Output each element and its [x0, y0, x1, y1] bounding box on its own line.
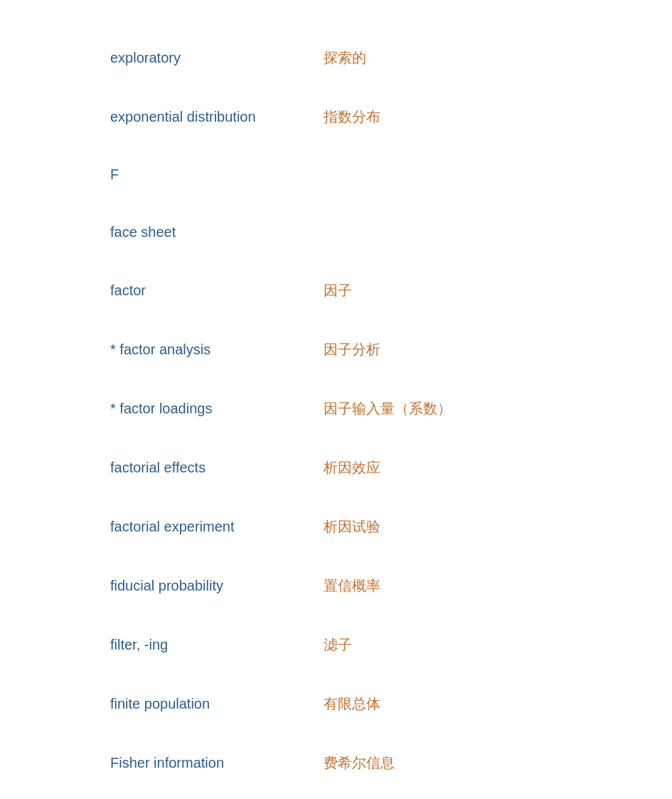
dict-entry-english-factor-loadings: * factor loadings — [110, 399, 295, 418]
dict-entry-factorial-experiment: factorial experiment析因试验 — [110, 497, 672, 556]
dict-entry-english-fiducial-probability: fiducial probability — [110, 576, 295, 595]
dict-entry-english-factorial-effects: factorial effects — [110, 458, 295, 477]
dict-entry-factorial-effects: factorial effects析因效应 — [110, 438, 672, 497]
dict-entry-factor-loadings: * factor loadings因子输入量（系数） — [110, 379, 672, 438]
section-letter-f: F — [110, 147, 672, 203]
dict-entry-english-factor: factor — [110, 281, 295, 300]
dict-entry-chinese-exploratory: 探索的 — [324, 48, 366, 68]
dict-entry-face-sheet: face sheet — [110, 203, 672, 261]
dict-entry-fiducial-probability: fiducial probability置信概率 — [110, 556, 672, 615]
dict-entry-exponential-distribution: exponential distribution指数分布 — [110, 88, 672, 147]
dict-entry-factor: factor因子 — [110, 261, 672, 320]
dict-entry-english-filter-ing: filter, -ing — [110, 635, 295, 654]
dict-entry-chinese-fiducial-probability: 置信概率 — [324, 576, 380, 596]
dict-entry-english-factorial-experiment: factorial experiment — [110, 517, 295, 536]
dict-entry-fisher-information: Fisher information费希尔信息 — [110, 734, 672, 793]
dict-entry-english-face-sheet: face sheet — [110, 223, 295, 241]
dict-entry-factor-analysis: * factor analysis因子分析 — [110, 320, 672, 379]
dict-entry-chinese-fisher-information: 费希尔信息 — [324, 753, 395, 773]
dict-entry-exploratory: exploratory探索的 — [110, 28, 672, 88]
dict-entry-chinese-exponential-distribution: 指数分布 — [324, 107, 380, 127]
dict-entry-chinese-factorial-effects: 析因效应 — [324, 458, 380, 477]
dict-entry-english-factor-analysis: * factor analysis — [110, 340, 295, 359]
dictionary-list: exploratory探索的exponential distribution指数… — [0, 0, 672, 799]
dict-entry-english-exponential-distribution: exponential distribution — [110, 107, 295, 126]
dict-entry-english-exploratory: exploratory — [110, 48, 295, 67]
dict-entry-english-finite-population: finite population — [110, 694, 295, 713]
dict-entry-chinese-factorial-experiment: 析因试验 — [324, 517, 380, 536]
dict-entry-filter-ing: filter, -ing滤子 — [110, 615, 672, 674]
dict-entry-chinese-factor-loadings: 因子输入量（系数） — [324, 399, 452, 418]
dict-entry-chinese-factor: 因子 — [324, 281, 352, 300]
dict-entry-chinese-factor-analysis: 因子分析 — [324, 340, 380, 359]
dict-entry-chinese-filter-ing: 滤子 — [324, 635, 352, 655]
dict-entry-chinese-finite-population: 有限总体 — [324, 694, 380, 714]
dict-entry-finite-population: finite population有限总体 — [110, 674, 672, 734]
dict-entry-english-fisher-information: Fisher information — [110, 753, 295, 772]
